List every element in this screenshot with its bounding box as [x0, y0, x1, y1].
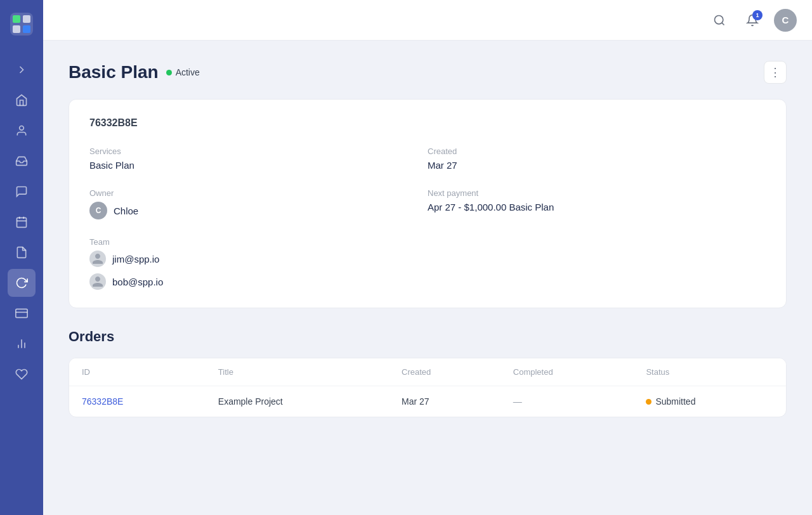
page-title: Basic Plan	[69, 62, 159, 82]
inbox-icon[interactable]	[8, 147, 36, 175]
services-field: Services Basic Plan	[89, 147, 428, 171]
created-label: Created	[428, 147, 766, 156]
search-icon[interactable]	[708, 9, 731, 32]
notification-badge: 1	[752, 10, 763, 20]
status-badge: Active	[166, 67, 200, 77]
more-options-button[interactable]: ⋮	[764, 61, 787, 84]
order-created: Mar 27	[389, 386, 501, 417]
chat-icon[interactable]	[8, 178, 36, 205]
table-header-row: ID Title Created Completed Status	[69, 358, 786, 386]
topbar: 1 C	[43, 0, 812, 41]
subscription-id: 76332B8E	[89, 117, 766, 129]
refresh-icon[interactable]	[8, 269, 36, 297]
users-icon[interactable]	[8, 117, 36, 145]
calendar-icon[interactable]	[8, 208, 36, 236]
team-member-avatar	[89, 251, 106, 267]
team-list: jim@spp.io bob@spp.io	[89, 251, 428, 290]
col-title: Title	[206, 358, 389, 386]
services-label: Services	[89, 147, 428, 156]
order-completed-dash: —	[513, 396, 522, 407]
status-dot	[166, 70, 172, 75]
handshake-icon[interactable]	[8, 360, 36, 388]
owner-row: C Chloe	[89, 202, 428, 219]
svg-rect-6	[17, 218, 27, 227]
notification-icon[interactable]: 1	[741, 9, 764, 32]
owner-label: Owner	[89, 188, 428, 198]
team-member-email: jim@spp.io	[112, 254, 159, 264]
logo[interactable]	[5, 8, 38, 43]
submitted-status-label: Submitted	[655, 396, 695, 407]
main-content: 1 C Basic Plan Active ⋮ 76332B8E Service…	[43, 0, 812, 515]
team-member-email: bob@spp.io	[112, 277, 163, 287]
svg-rect-4	[23, 25, 30, 33]
team-member-bob: bob@spp.io	[89, 273, 428, 290]
team-member-jim: jim@spp.io	[89, 251, 428, 267]
arrow-right-icon[interactable]	[8, 56, 36, 84]
sidebar	[0, 0, 43, 515]
owner-field: Owner C Chloe	[89, 188, 428, 219]
chart-icon[interactable]	[8, 330, 36, 358]
page-title-area: Basic Plan Active	[69, 62, 200, 82]
status-label: Active	[176, 67, 200, 77]
submitted-status-dot	[646, 399, 652, 405]
services-value: Basic Plan	[89, 160, 428, 171]
document-icon[interactable]	[8, 238, 36, 266]
subscription-card: 76332B8E Services Basic Plan Created Mar…	[69, 99, 787, 308]
team-member-avatar	[89, 273, 106, 290]
orders-card: ID Title Created Completed Status 76332B…	[69, 358, 787, 417]
card-icon[interactable]	[8, 299, 36, 327]
order-id-link[interactable]: 76332B8E	[82, 396, 123, 407]
table-row: 76332B8E Example Project Mar 27 — Submit…	[69, 386, 786, 417]
created-value: Mar 27	[428, 160, 766, 171]
owner-avatar: C	[89, 202, 107, 219]
home-icon[interactable]	[8, 86, 36, 114]
next-payment-field: Next payment Apr 27 - $1,000.00 Basic Pl…	[428, 188, 766, 219]
order-title: Example Project	[206, 386, 389, 417]
order-completed: —	[501, 386, 634, 417]
orders-section: Orders ID Title Created Completed Status	[69, 329, 787, 417]
orders-title: Orders	[69, 329, 787, 345]
svg-point-5	[20, 126, 24, 131]
team-label: Team	[89, 237, 428, 247]
svg-rect-2	[13, 25, 20, 33]
svg-rect-1	[13, 15, 20, 23]
orders-table: ID Title Created Completed Status 76332B…	[69, 358, 786, 417]
col-created: Created	[389, 358, 501, 386]
team-field: Team jim@spp.io bob@spp.io	[89, 237, 428, 290]
subscription-details-grid: Services Basic Plan Created Mar 27 Owner…	[89, 147, 766, 290]
page-header: Basic Plan Active ⋮	[69, 61, 787, 84]
created-field: Created Mar 27	[428, 147, 766, 171]
order-id[interactable]: 76332B8E	[69, 386, 206, 417]
owner-name: Chloe	[114, 205, 138, 216]
next-payment-label: Next payment	[428, 188, 766, 198]
user-avatar[interactable]: C	[774, 9, 797, 32]
col-status: Status	[633, 358, 786, 386]
status-submitted: Submitted	[646, 396, 773, 407]
svg-line-16	[722, 22, 724, 25]
svg-rect-3	[23, 15, 30, 23]
svg-point-15	[715, 15, 723, 23]
content-area: Basic Plan Active ⋮ 76332B8E Services Ba…	[43, 41, 812, 515]
col-completed: Completed	[501, 358, 634, 386]
order-status: Submitted	[633, 386, 786, 417]
col-id: ID	[69, 358, 206, 386]
svg-rect-10	[16, 309, 27, 317]
next-payment-value: Apr 27 - $1,000.00 Basic Plan	[428, 202, 766, 212]
